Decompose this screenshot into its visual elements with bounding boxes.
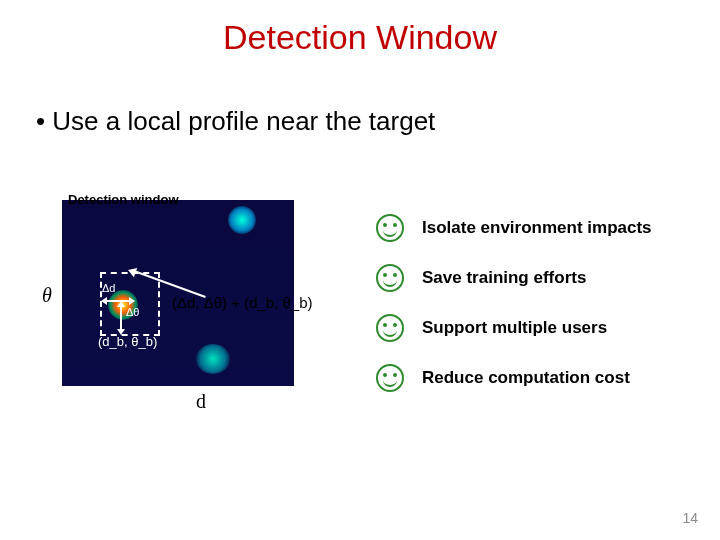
slide-title: Detection Window <box>0 18 720 57</box>
benefits-list: Isolate environment impacts Save trainin… <box>376 214 652 414</box>
benefit-item: Save training efforts <box>376 264 652 292</box>
delta-d-label: Δd <box>102 282 115 294</box>
delta-combo-label: (Δd, Δθ) + (d_b, θ_b) <box>172 294 313 311</box>
smiley-icon <box>376 264 404 292</box>
detection-window-label: Detection window <box>68 192 179 207</box>
benefit-text: Reduce computation cost <box>422 368 630 388</box>
delta-theta-arrow <box>120 306 122 330</box>
heat-blob <box>196 344 230 374</box>
benefit-text: Save training efforts <box>422 268 586 288</box>
main-bullet: Use a local profile near the target <box>36 106 435 137</box>
axis-y-label: θ <box>42 284 52 307</box>
heat-blob <box>228 206 256 234</box>
base-point-label: (d_b, θ_b) <box>98 334 157 349</box>
benefit-text: Isolate environment impacts <box>422 218 652 238</box>
plot-area: Δd Δθ (d_b, θ_b) <box>62 200 294 386</box>
benefit-item: Support multiple users <box>376 314 652 342</box>
axis-x-label: d <box>196 390 206 413</box>
benefit-text: Support multiple users <box>422 318 607 338</box>
smiley-icon <box>376 214 404 242</box>
page-number: 14 <box>682 510 698 526</box>
smiley-icon <box>376 364 404 392</box>
delta-theta-label: Δθ <box>126 306 139 318</box>
benefit-item: Isolate environment impacts <box>376 214 652 242</box>
smiley-icon <box>376 314 404 342</box>
benefit-item: Reduce computation cost <box>376 364 652 392</box>
figure-detection-window: Δd Δθ (d_b, θ_b) Detection window (Δd, Δ… <box>62 200 322 420</box>
